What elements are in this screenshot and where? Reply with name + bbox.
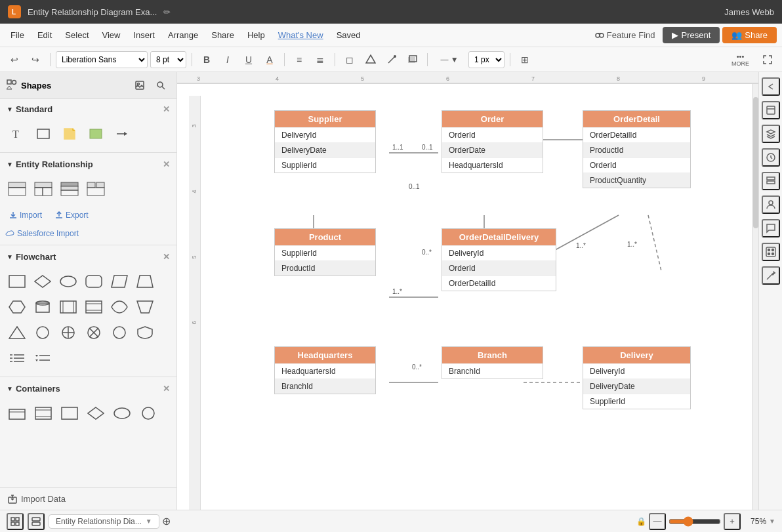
fullscreen-button[interactable] <box>758 51 777 69</box>
entity-relationship-section-header[interactable]: ▼ Entity Relationship ✕ <box>0 154 176 174</box>
fc-cylinder[interactable] <box>31 295 54 319</box>
fc-x-circle[interactable] <box>82 321 106 344</box>
entity-orderdetail[interactable]: OrderDetail OrderDetailId ProductId Orde… <box>583 110 691 188</box>
menu-saved[interactable]: Saved <box>331 28 366 43</box>
entity-supplier[interactable]: Supplier DeliveryId DeliveryDate Supplie… <box>274 110 376 173</box>
er-close-icon[interactable]: ✕ <box>163 159 170 169</box>
feature-find-btn[interactable]: Feature Find <box>590 28 661 43</box>
redo-button[interactable]: ↪ <box>26 51 45 69</box>
fc-circle2[interactable] <box>108 321 131 344</box>
cont-oval[interactable] <box>110 401 134 425</box>
arrow-shape[interactable] <box>110 122 134 146</box>
green-rect-shape[interactable] <box>84 122 108 146</box>
fc-triangle[interactable] <box>5 321 29 344</box>
panel-wand-btn[interactable] <box>762 266 780 285</box>
fc-list1[interactable] <box>5 346 29 370</box>
italic-button[interactable]: I <box>218 51 237 69</box>
canvas-area[interactable]: 3 4 5 6 7 8 9 3 4 5 6 <box>177 72 758 510</box>
scrollbar-vertical[interactable] <box>752 84 758 510</box>
waypoint-button[interactable]: ⊞ <box>516 51 534 69</box>
fc-shield[interactable] <box>133 321 157 344</box>
align-text-button[interactable]: ≣ <box>311 51 329 69</box>
text-shape[interactable]: T <box>5 122 29 146</box>
menu-arrange[interactable]: Arrange <box>163 28 203 43</box>
entity-headquarters[interactable]: Headquarters HeadquartersId BranchId <box>274 346 376 394</box>
current-page-tab[interactable]: Entity Relationship Dia... ▼ <box>49 514 159 529</box>
entity-order[interactable]: Order OrderId OrderDate HeadquartersId <box>442 110 543 173</box>
zoom-dropdown-icon[interactable]: ▼ <box>769 518 775 525</box>
shapes-image-btn[interactable] <box>131 76 149 94</box>
fc-oval[interactable] <box>56 270 80 293</box>
undo-button[interactable]: ↩ <box>5 51 24 69</box>
bold-button[interactable]: B <box>197 51 216 69</box>
fc-rounded[interactable] <box>82 270 106 293</box>
entity-branch[interactable]: Branch BranchId <box>442 346 543 379</box>
fc-plus[interactable] <box>56 321 80 344</box>
entity-delivery[interactable]: Delivery DeliveryId DeliveryDate Supplie… <box>583 346 691 409</box>
er-shape-1[interactable] <box>5 177 29 201</box>
entity-orderdetaildelivery[interactable]: OrderDetailDelivery DeliveryId OrderId O… <box>442 228 556 291</box>
font-color-button[interactable]: A <box>260 51 279 69</box>
flowchart-close-icon[interactable]: ✕ <box>163 252 170 262</box>
menu-file[interactable]: File <box>5 28 30 43</box>
font-family-select[interactable]: Liberation Sans <box>56 51 148 68</box>
menu-help[interactable]: Help <box>242 28 270 43</box>
flowchart-section-header[interactable]: ▼ Flowchart ✕ <box>0 247 176 267</box>
containers-close-icon[interactable]: ✕ <box>163 384 170 394</box>
panel-expand-btn[interactable] <box>762 77 780 96</box>
font-size-select[interactable]: 8 pt <box>150 51 186 68</box>
cont-shape-2[interactable] <box>31 401 55 425</box>
cont-shape-3[interactable] <box>58 401 81 425</box>
cont-shape-1[interactable] <box>5 401 29 425</box>
fc-circle[interactable] <box>31 321 54 344</box>
containers-section-header[interactable]: ▼ Containers ✕ <box>0 379 176 399</box>
panel-clock-btn[interactable] <box>762 148 780 167</box>
menu-share[interactable]: Share <box>206 28 239 43</box>
stroke-color-button[interactable] <box>382 51 401 69</box>
fc-hexagon[interactable] <box>5 295 29 319</box>
import-data-bar[interactable]: Import Data <box>0 487 177 510</box>
zoom-in-btn[interactable]: + <box>724 513 741 530</box>
standard-close-icon[interactable]: ✕ <box>163 104 170 114</box>
page-tab-dropdown-icon[interactable]: ▼ <box>146 518 152 525</box>
panel-chat-btn[interactable] <box>762 219 780 237</box>
underline-button[interactable]: U <box>239 51 258 69</box>
fc-trapezoid2[interactable] <box>133 295 157 319</box>
fc-rect[interactable] <box>5 270 29 293</box>
line-width-select[interactable]: 1 px <box>468 51 504 68</box>
panel-user-btn[interactable] <box>762 195 780 214</box>
er-shape-2[interactable] <box>31 177 55 201</box>
line-style-button[interactable]: — ▼ <box>433 51 466 69</box>
zoom-slider[interactable] <box>669 516 721 527</box>
menu-select[interactable]: Select <box>60 28 94 43</box>
fill-color-button[interactable] <box>361 51 380 69</box>
fc-parallelogram[interactable] <box>108 270 131 293</box>
cont-diamond[interactable] <box>84 401 108 425</box>
fill-button[interactable]: ◻ <box>340 51 359 69</box>
present-button[interactable]: ▶ Present <box>663 27 720 43</box>
menu-view[interactable]: View <box>97 28 126 43</box>
share-button[interactable]: 👥 Share <box>722 27 777 43</box>
entity-product[interactable]: Product SupplierId ProductId <box>274 228 376 276</box>
scrollbar-thumb-v[interactable] <box>753 97 758 228</box>
fc-rect2[interactable] <box>56 295 80 319</box>
er-shape-3[interactable] <box>58 177 81 201</box>
grid-view-btn[interactable] <box>7 513 24 530</box>
add-page-btn[interactable]: ⊕ <box>162 515 171 527</box>
fc-trapezoid[interactable] <box>133 270 157 293</box>
shadow-button[interactable] <box>403 51 422 69</box>
panel-pages-btn[interactable] <box>762 101 780 119</box>
import-btn[interactable]: Import <box>5 209 46 222</box>
edit-icon[interactable]: ✏ <box>163 7 171 17</box>
rect-shape[interactable] <box>31 122 55 146</box>
shapes-search-btn[interactable] <box>152 76 170 94</box>
fc-curved[interactable] <box>108 295 131 319</box>
export-btn[interactable]: Export <box>51 209 93 222</box>
standard-section-header[interactable]: ▼ Standard ✕ <box>0 99 176 119</box>
zoom-out-btn[interactable]: — <box>649 513 666 530</box>
fc-list2[interactable] <box>31 346 54 370</box>
align-left-button[interactable]: ≡ <box>290 51 308 69</box>
list-view-btn[interactable] <box>28 513 45 530</box>
fc-rect3[interactable] <box>82 295 106 319</box>
note-shape[interactable] <box>58 122 81 146</box>
